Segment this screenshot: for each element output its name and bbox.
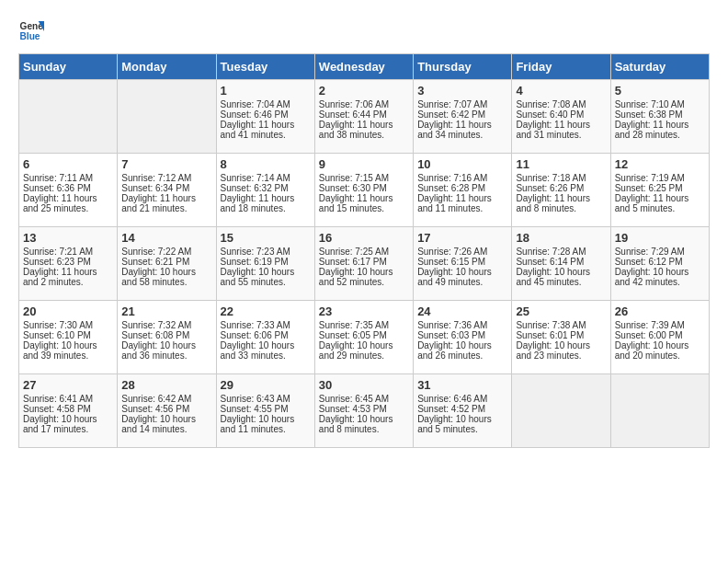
daylight-text: Daylight: 10 hours and 20 minutes.	[615, 340, 705, 361]
daylight-text: Daylight: 10 hours and 29 minutes.	[319, 340, 409, 361]
sunrise-text: Sunrise: 7:08 AM	[516, 99, 606, 109]
calendar-cell: 16Sunrise: 7:25 AMSunset: 6:17 PMDayligh…	[314, 227, 413, 301]
calendar-cell	[512, 374, 610, 448]
day-number: 14	[121, 231, 211, 245]
calendar-cell: 12Sunrise: 7:19 AMSunset: 6:25 PMDayligh…	[610, 154, 709, 227]
daylight-text: Daylight: 11 hours and 25 minutes.	[23, 193, 113, 213]
daylight-text: Daylight: 10 hours and 26 minutes.	[417, 340, 507, 361]
daylight-text: Daylight: 11 hours and 21 minutes.	[121, 193, 211, 213]
day-number: 16	[319, 231, 409, 245]
sunset-text: Sunset: 6:38 PM	[615, 109, 705, 120]
daylight-text: Daylight: 10 hours and 52 minutes.	[319, 267, 409, 287]
header-monday: Monday	[118, 54, 216, 80]
day-number: 2	[319, 84, 409, 98]
daylight-text: Daylight: 11 hours and 5 minutes.	[615, 193, 705, 213]
sunrise-text: Sunrise: 7:25 AM	[319, 247, 409, 257]
calendar-cell: 10Sunrise: 7:16 AMSunset: 6:28 PMDayligh…	[414, 154, 512, 227]
page-header: General Blue	[18, 18, 710, 44]
sunset-text: Sunset: 6:32 PM	[221, 183, 311, 193]
sunset-text: Sunset: 6:28 PM	[417, 183, 507, 193]
day-number: 18	[516, 231, 606, 245]
sunrise-text: Sunrise: 7:29 AM	[615, 247, 705, 257]
sunset-text: Sunset: 6:03 PM	[417, 330, 507, 340]
calendar-cell: 23Sunrise: 7:35 AMSunset: 6:05 PMDayligh…	[314, 301, 413, 374]
sunset-text: Sunset: 6:44 PM	[319, 109, 409, 120]
sunset-text: Sunset: 6:08 PM	[121, 330, 211, 340]
sunrise-text: Sunrise: 6:46 AM	[417, 394, 507, 404]
day-number: 26	[615, 304, 705, 318]
calendar-cell: 21Sunrise: 7:32 AMSunset: 6:08 PMDayligh…	[118, 301, 216, 374]
logo-icon: General Blue	[18, 18, 44, 44]
calendar-cell: 11Sunrise: 7:18 AMSunset: 6:26 PMDayligh…	[512, 154, 610, 227]
daylight-text: Daylight: 10 hours and 58 minutes.	[121, 267, 211, 287]
calendar-cell	[19, 80, 118, 154]
calendar-week-row: 20Sunrise: 7:30 AMSunset: 6:10 PMDayligh…	[19, 301, 710, 374]
daylight-text: Daylight: 11 hours and 18 minutes.	[221, 193, 311, 213]
day-number: 21	[121, 304, 211, 318]
daylight-text: Daylight: 11 hours and 2 minutes.	[23, 267, 113, 287]
calendar-cell: 26Sunrise: 7:39 AMSunset: 6:00 PMDayligh…	[610, 301, 709, 374]
header-thursday: Thursday	[414, 54, 512, 80]
header-sunday: Sunday	[19, 54, 118, 80]
day-number: 24	[417, 304, 507, 318]
daylight-text: Daylight: 10 hours and 14 minutes.	[121, 414, 211, 434]
sunset-text: Sunset: 6:26 PM	[516, 183, 606, 193]
day-number: 11	[516, 157, 606, 171]
sunset-text: Sunset: 6:46 PM	[221, 109, 311, 120]
sunrise-text: Sunrise: 7:16 AM	[417, 173, 507, 183]
sunset-text: Sunset: 6:15 PM	[417, 257, 507, 267]
calendar-week-row: 6Sunrise: 7:11 AMSunset: 6:36 PMDaylight…	[19, 154, 710, 227]
daylight-text: Daylight: 10 hours and 17 minutes.	[23, 414, 113, 434]
calendar-table: SundayMondayTuesdayWednesdayThursdayFrid…	[18, 53, 710, 448]
sunrise-text: Sunrise: 7:38 AM	[516, 320, 606, 330]
calendar-cell: 7Sunrise: 7:12 AMSunset: 6:34 PMDaylight…	[118, 154, 216, 227]
calendar-week-row: 1Sunrise: 7:04 AMSunset: 6:46 PMDaylight…	[19, 80, 710, 154]
sunset-text: Sunset: 6:25 PM	[615, 183, 705, 193]
day-number: 4	[516, 84, 606, 98]
day-number: 8	[221, 157, 311, 171]
daylight-text: Daylight: 10 hours and 8 minutes.	[319, 414, 409, 434]
sunrise-text: Sunrise: 7:33 AM	[221, 320, 311, 330]
calendar-cell: 4Sunrise: 7:08 AMSunset: 6:40 PMDaylight…	[512, 80, 610, 154]
daylight-text: Daylight: 10 hours and 36 minutes.	[121, 340, 211, 361]
sunset-text: Sunset: 6:17 PM	[319, 257, 409, 267]
calendar-cell: 25Sunrise: 7:38 AMSunset: 6:01 PMDayligh…	[512, 301, 610, 374]
sunrise-text: Sunrise: 7:15 AM	[319, 173, 409, 183]
header-wednesday: Wednesday	[314, 54, 413, 80]
sunset-text: Sunset: 6:05 PM	[319, 330, 409, 340]
daylight-text: Daylight: 10 hours and 33 minutes.	[221, 340, 311, 361]
sunrise-text: Sunrise: 6:45 AM	[319, 394, 409, 404]
calendar-cell: 2Sunrise: 7:06 AMSunset: 6:44 PMDaylight…	[314, 80, 413, 154]
calendar-cell: 29Sunrise: 6:43 AMSunset: 4:55 PMDayligh…	[216, 374, 314, 448]
sunrise-text: Sunrise: 7:28 AM	[516, 247, 606, 257]
day-number: 27	[23, 378, 113, 392]
sunset-text: Sunset: 6:14 PM	[516, 257, 606, 267]
sunset-text: Sunset: 6:10 PM	[23, 330, 113, 340]
sunrise-text: Sunrise: 7:35 AM	[319, 320, 409, 330]
calendar-cell: 20Sunrise: 7:30 AMSunset: 6:10 PMDayligh…	[19, 301, 118, 374]
daylight-text: Daylight: 11 hours and 38 minutes.	[319, 120, 409, 140]
calendar-cell: 17Sunrise: 7:26 AMSunset: 6:15 PMDayligh…	[414, 227, 512, 301]
header-tuesday: Tuesday	[216, 54, 314, 80]
daylight-text: Daylight: 10 hours and 11 minutes.	[221, 414, 311, 434]
svg-text:Blue: Blue	[20, 31, 40, 41]
daylight-text: Daylight: 11 hours and 8 minutes.	[516, 193, 606, 213]
logo: General Blue	[18, 18, 48, 44]
calendar-cell: 14Sunrise: 7:22 AMSunset: 6:21 PMDayligh…	[118, 227, 216, 301]
calendar-cell: 28Sunrise: 6:42 AMSunset: 4:56 PMDayligh…	[118, 374, 216, 448]
sunrise-text: Sunrise: 7:07 AM	[417, 99, 507, 109]
day-number: 5	[615, 84, 705, 98]
calendar-cell: 1Sunrise: 7:04 AMSunset: 6:46 PMDaylight…	[216, 80, 314, 154]
daylight-text: Daylight: 11 hours and 28 minutes.	[615, 120, 705, 140]
sunset-text: Sunset: 6:21 PM	[121, 257, 211, 267]
sunrise-text: Sunrise: 7:18 AM	[516, 173, 606, 183]
daylight-text: Daylight: 10 hours and 55 minutes.	[221, 267, 311, 287]
sunrise-text: Sunrise: 6:41 AM	[23, 394, 113, 404]
calendar-cell: 22Sunrise: 7:33 AMSunset: 6:06 PMDayligh…	[216, 301, 314, 374]
calendar-cell: 30Sunrise: 6:45 AMSunset: 4:53 PMDayligh…	[314, 374, 413, 448]
sunset-text: Sunset: 4:52 PM	[417, 404, 507, 414]
daylight-text: Daylight: 10 hours and 5 minutes.	[417, 414, 507, 434]
calendar-cell: 31Sunrise: 6:46 AMSunset: 4:52 PMDayligh…	[414, 374, 512, 448]
sunrise-text: Sunrise: 7:39 AM	[615, 320, 705, 330]
daylight-text: Daylight: 10 hours and 49 minutes.	[417, 267, 507, 287]
